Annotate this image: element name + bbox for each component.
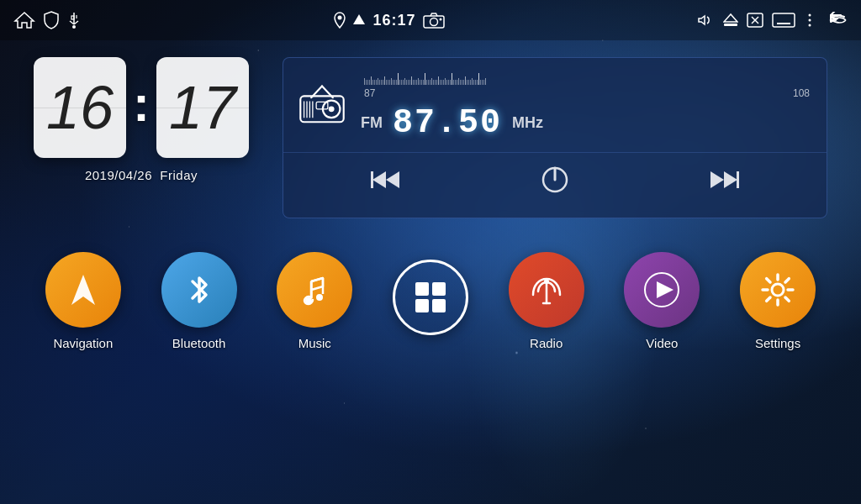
shield-icon (44, 11, 59, 29)
location-icon (334, 12, 346, 29)
svg-line-63 (767, 297, 770, 301)
clock-separator: : (133, 75, 150, 133)
menu-icon[interactable] (804, 13, 816, 28)
svg-line-61 (785, 297, 789, 301)
svg-rect-39 (737, 171, 739, 188)
radio-controls (283, 152, 827, 218)
clock-minute: 17 (169, 77, 236, 138)
radio-top: 87 108 FM 87.50 MHz (283, 58, 827, 152)
svg-point-6 (72, 25, 76, 29)
svg-marker-12 (699, 16, 705, 24)
camera-icon (423, 12, 445, 29)
video-circle (624, 252, 700, 328)
back-icon[interactable] (824, 12, 848, 29)
svg-point-52 (544, 279, 549, 284)
status-left-icons (13, 11, 81, 29)
svg-rect-49 (432, 299, 446, 312)
svg-marker-38 (724, 171, 737, 188)
app-navigation[interactable]: Navigation (45, 252, 121, 350)
nav-label: Navigation (53, 336, 113, 350)
nav-circle (45, 252, 121, 328)
svg-line-62 (785, 279, 789, 282)
radio-widget[interactable]: 87 108 FM 87.50 MHz (283, 57, 827, 218)
app-video[interactable]: Video (624, 252, 700, 350)
svg-rect-35 (371, 171, 373, 188)
svg-point-10 (430, 18, 437, 26)
volume-icon (698, 13, 715, 28)
minimize-icon[interactable] (772, 13, 795, 28)
clock-hour: 16 (46, 77, 114, 138)
tuner-min: 87 (364, 87, 375, 99)
svg-marker-34 (386, 171, 399, 188)
bt-label: Bluetooth (172, 336, 225, 350)
close-icon[interactable] (747, 13, 763, 28)
radio-frequency: 87.50 (393, 104, 502, 142)
svg-marker-8 (353, 14, 365, 24)
settings-label: Settings (755, 336, 800, 350)
svg-point-41 (305, 297, 312, 304)
status-time: 16:17 (372, 12, 415, 29)
radio-freq-display: FM 87.50 MHz (361, 104, 813, 142)
app-home[interactable] (393, 260, 468, 344)
svg-point-42 (316, 294, 323, 301)
clock-widget: 16 : 17 2019/04/26 Friday (34, 57, 249, 182)
status-bar: 16:17 (0, 0, 861, 40)
status-right-icons (698, 12, 848, 29)
radio-circle (509, 252, 584, 328)
app-radio[interactable]: Radio (509, 252, 584, 350)
bt-circle (161, 252, 237, 328)
usb-icon (67, 11, 81, 29)
svg-rect-14 (724, 24, 737, 26)
svg-line-60 (767, 279, 770, 282)
svg-point-21 (808, 19, 811, 22)
clock-digits: 16 : 17 (34, 57, 249, 158)
svg-point-55 (772, 284, 784, 296)
svg-marker-0 (15, 13, 34, 28)
eject-icon (723, 13, 738, 28)
signal-icon (352, 13, 366, 28)
radio-next-button[interactable] (700, 165, 747, 201)
music-circle (277, 252, 352, 328)
app-bluetooth[interactable]: Bluetooth (161, 252, 237, 350)
svg-point-11 (439, 18, 441, 21)
svg-point-31 (329, 106, 335, 112)
app-settings[interactable]: Settings (740, 252, 816, 350)
svg-marker-33 (372, 171, 386, 188)
video-label: Video (646, 336, 678, 350)
settings-circle (740, 252, 816, 328)
svg-rect-18 (773, 13, 795, 27)
radio-label: Radio (530, 336, 563, 350)
svg-marker-37 (710, 171, 724, 188)
svg-point-22 (808, 24, 811, 27)
home-circle (393, 260, 468, 335)
app-music[interactable]: Music (277, 252, 352, 350)
radio-icon (297, 82, 347, 128)
svg-rect-46 (415, 282, 429, 296)
clock-hour-block: 16 (34, 57, 126, 158)
svg-marker-13 (724, 14, 737, 22)
svg-rect-4 (71, 16, 74, 19)
tuner-max: 108 (793, 87, 810, 99)
radio-unit: MHz (512, 114, 543, 132)
svg-marker-40 (71, 275, 95, 305)
svg-line-43 (311, 278, 323, 281)
svg-marker-54 (657, 281, 673, 298)
status-center-area: 16:17 (334, 12, 444, 29)
app-grid: Navigation Bluetooth Music (0, 244, 861, 367)
radio-power-button[interactable] (533, 161, 577, 204)
radio-band: FM (361, 114, 383, 132)
clock-minute-block: 17 (156, 57, 249, 158)
svg-point-20 (808, 14, 811, 17)
main-content: 16 : 17 2019/04/26 Friday (0, 40, 861, 235)
home-icon (13, 11, 35, 29)
radio-tuner: 87 108 FM 87.50 MHz (361, 68, 813, 142)
svg-point-7 (338, 16, 342, 20)
radio-prev-button[interactable] (362, 165, 409, 201)
svg-rect-48 (415, 299, 429, 312)
music-label: Music (298, 336, 331, 350)
clock-date: 2019/04/26 Friday (85, 168, 198, 182)
svg-rect-47 (432, 282, 446, 296)
